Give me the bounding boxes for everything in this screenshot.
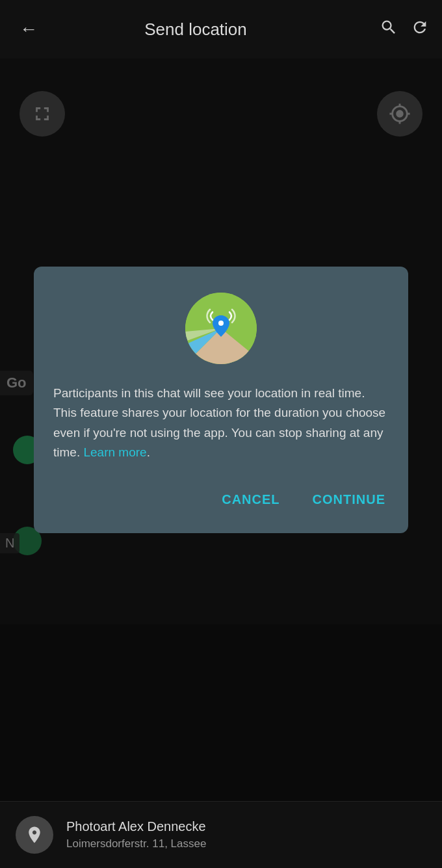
place-address: Loimersdorferstr. 11, Lassee <box>66 837 206 850</box>
search-icon[interactable] <box>380 18 398 41</box>
place-name: Photoart Alex Dennecke <box>66 819 206 834</box>
place-icon <box>16 816 53 854</box>
continue-button[interactable]: CONTINUE <box>309 486 389 514</box>
svg-point-2 <box>218 321 224 326</box>
location-live-icon <box>185 293 257 364</box>
page-title: Send location <box>51 20 341 40</box>
map-area: Go N <box>0 59 442 624</box>
refresh-icon[interactable] <box>411 18 429 41</box>
dialog-body-text: Participants in this chat will see your … <box>53 384 389 463</box>
dialog-buttons: CANCEL CONTINUE <box>53 486 389 514</box>
place-item[interactable]: Photoart Alex Dennecke Loimersdorferstr.… <box>0 801 442 868</box>
location-dialog: Participants in this chat will see your … <box>34 267 408 533</box>
cancel-button[interactable]: CANCEL <box>218 486 283 514</box>
top-icons <box>380 18 429 41</box>
top-bar: ← Send location <box>0 0 442 59</box>
place-info: Photoart Alex Dennecke Loimersdorferstr.… <box>66 819 206 850</box>
dialog-icon-container <box>53 293 389 364</box>
back-button[interactable]: ← <box>13 12 44 46</box>
learn-more-link[interactable]: Learn more <box>83 445 146 459</box>
